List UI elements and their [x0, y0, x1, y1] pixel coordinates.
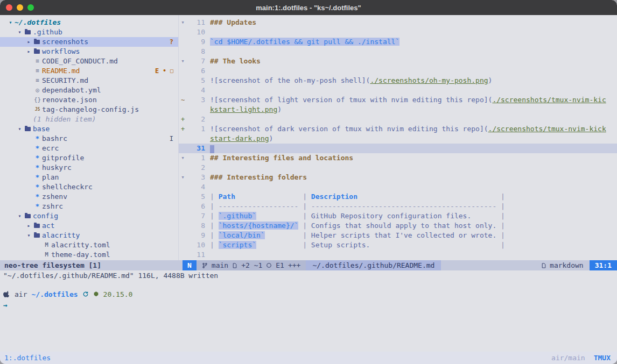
text-segment: ## Interesting files and locations	[210, 154, 353, 162]
editor-line[interactable]: ▾7## The looks	[179, 56, 617, 66]
rc-file-icon: *	[33, 202, 42, 211]
line-text: | `local/bin` | Helper scripts that I've…	[210, 231, 617, 240]
tree-item[interactable]: ▾alacritty	[0, 231, 178, 240]
editor-line[interactable]: 4	[179, 85, 617, 95]
tree-item[interactable]: ≡CODE_OF_CONDUCT.md	[0, 56, 178, 66]
text-segment: |	[357, 192, 505, 201]
zoom-button[interactable]	[27, 4, 34, 11]
tree-item[interactable]: Malacritty.toml	[0, 240, 178, 250]
tree-item[interactable]: ▾base	[0, 124, 178, 134]
tree-item[interactable]: Mtheme-day.toml	[0, 250, 178, 260]
text-segment: ## The looks	[210, 57, 261, 65]
editor-line[interactable]: 8| `hosts/{hostname}/` | Configs that sh…	[179, 221, 617, 231]
node-version: 20.15.0	[103, 290, 133, 298]
editor-line[interactable]: 10	[179, 27, 617, 37]
gutter-sign-empty	[179, 192, 187, 202]
neotree-panel[interactable]: ▾~/.dotfiles▾.github▸screenshots?▸workfl…	[0, 15, 179, 260]
tree-item[interactable]: *zshenv	[0, 192, 178, 202]
expander-icon[interactable]: ▾	[25, 231, 33, 240]
text-segment: |	[210, 222, 219, 230]
tree-item[interactable]: ▾.github	[0, 27, 178, 37]
mode-indicator: N	[183, 260, 197, 270]
editor-line[interactable]: 5| Path | Description |	[179, 192, 617, 202]
text-segment: `cd $HOME/.dotfiles && git pull && ./ins…	[210, 38, 399, 46]
editor-line[interactable]: 10| `scripts` | Setup scripts. |	[179, 240, 617, 250]
expander-icon[interactable]: ▾	[16, 124, 24, 134]
line-text: `cd $HOME/.dotfiles && git pull && ./ins…	[210, 37, 617, 47]
editor-line[interactable]: kstart-light.png)	[179, 105, 617, 115]
expander-icon[interactable]: ▸	[25, 37, 33, 47]
nvim-panes: ▾~/.dotfiles▾.github▸screenshots?▸workfl…	[0, 15, 617, 260]
gutter-sign[interactable]: ▾	[179, 56, 187, 66]
editor-line[interactable]: 31	[179, 144, 617, 153]
expander-icon[interactable]: ▾	[16, 27, 24, 37]
titlebar[interactable]: main:1:.dotfiles - "ks~/.dotfiles"	[0, 0, 617, 15]
editor-pane[interactable]: ▾11### Updates 10 9`cd $HOME/.dotfiles &…	[179, 15, 617, 260]
editor-line[interactable]: 2	[179, 163, 617, 173]
tree-item[interactable]: *bashrcI	[0, 134, 178, 144]
tree-item[interactable]: *huskyrc	[0, 163, 178, 173]
close-button[interactable]	[6, 4, 12, 11]
tree-item[interactable]: *ecrc	[0, 144, 178, 153]
editor-line[interactable]: 4	[179, 182, 617, 192]
editor-line[interactable]: +1![screenshot of dark version of tmux w…	[179, 124, 617, 134]
tree-item[interactable]: (1 hidden item)	[0, 115, 178, 124]
expander-icon[interactable]: ▾	[16, 211, 24, 221]
folder-icon	[25, 214, 31, 218]
tree-item[interactable]: ≡SECURITY.md	[0, 76, 178, 85]
tmux-window-name[interactable]: 1:.dotfiles	[4, 354, 51, 362]
editor-line[interactable]: 9`cd $HOME/.dotfiles && git pull && ./in…	[179, 37, 617, 47]
gutter-sign-empty	[179, 163, 187, 173]
tree-item[interactable]: ▾~/.dotfiles	[0, 18, 178, 27]
tree-item[interactable]: ▸screenshots?	[0, 37, 178, 47]
tree-item-label: zshenv	[42, 192, 67, 202]
tree-item[interactable]: {}renovate.json	[0, 95, 178, 105]
gutter-sign-empty	[179, 211, 187, 221]
item-badges: I	[170, 134, 178, 144]
tree-item[interactable]: ▸workflows	[0, 47, 178, 56]
shell-area[interactable]: air ~/.dotfiles 20.15.0 →	[3, 288, 617, 311]
tree-item[interactable]: *shellcheckrc	[0, 182, 178, 192]
editor-line[interactable]: 9| `local/bin` | Helper scripts that I'v…	[179, 231, 617, 240]
expander-icon[interactable]: ▾	[6, 18, 15, 27]
line-number: 11	[187, 250, 210, 260]
editor-line[interactable]: +2	[179, 115, 617, 124]
editor-line[interactable]: 11	[179, 250, 617, 260]
editor-line[interactable]: 6	[179, 66, 617, 76]
line-text: ## Interesting files and locations	[210, 153, 617, 163]
tree-item[interactable]: ≡README.mdE•□	[0, 66, 178, 76]
status-badge: ?	[170, 37, 173, 47]
editor-line[interactable]: ▾1## Interesting files and locations	[179, 153, 617, 163]
text-segment: |	[256, 241, 311, 249]
gutter-sign[interactable]: ▾	[179, 173, 187, 182]
tree-item[interactable]: *zshrc	[0, 202, 178, 211]
editor-line[interactable]: start-dark.png)	[179, 134, 617, 144]
editor-line[interactable]: ▾3### Interesting folders	[179, 173, 617, 182]
line-number: 4	[187, 85, 210, 95]
json-icon: {}	[33, 95, 42, 105]
tree-item-label: shellcheckrc	[42, 182, 93, 192]
tree-item[interactable]: ▸act	[0, 221, 178, 231]
editor-line[interactable]: 5![screenshot of the oh-my-posh shell](.…	[179, 76, 617, 85]
gutter-sign-empty	[179, 85, 187, 95]
text-segment: ./screenshots/tmux-nvim-kic	[492, 96, 606, 104]
editor-line[interactable]: 8	[179, 47, 617, 56]
gutter-sign-empty	[179, 47, 187, 56]
tree-item-label: zshrc	[42, 202, 63, 211]
minimize-button[interactable]	[17, 4, 23, 11]
tree-item[interactable]: *plan	[0, 173, 178, 182]
statusline: N main +2 ~1 E1 +++ ~/.dotfiles/.github/…	[183, 260, 617, 270]
expander-icon[interactable]: ▸	[25, 221, 33, 231]
tree-item[interactable]: JStag-changelog-config.js	[0, 105, 178, 115]
editor-line[interactable]: ~3![screenshot of light version of tmux …	[179, 95, 617, 105]
editor-line[interactable]: ▾11### Updates	[179, 18, 617, 27]
editor-line[interactable]: 7| `.github` | GitHub Repository configu…	[179, 211, 617, 221]
tree-item[interactable]: *gitprofile	[0, 153, 178, 163]
gutter-sign[interactable]: ▾	[179, 18, 187, 27]
expander-icon[interactable]: ▸	[25, 47, 33, 56]
rc-file-icon: *	[33, 182, 42, 192]
gutter-sign[interactable]: ▾	[179, 153, 187, 163]
tree-item[interactable]: ▾config	[0, 211, 178, 221]
tree-item[interactable]: ◎dependabot.yml	[0, 85, 178, 95]
editor-line[interactable]: 6| ------------------- | ---------------…	[179, 202, 617, 211]
